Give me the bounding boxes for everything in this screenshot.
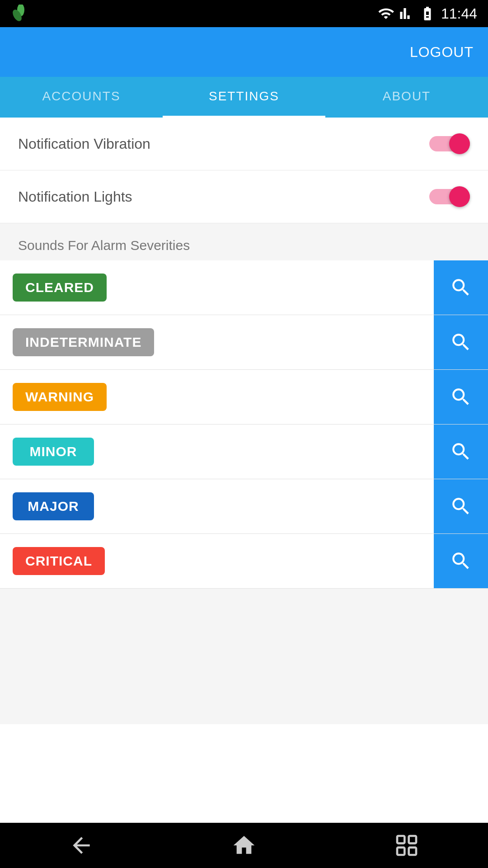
- tab-bar: ACCOUNTS SETTINGS ABOUT: [0, 77, 488, 118]
- toggle-thumb-2: [449, 186, 470, 207]
- back-icon: [69, 833, 94, 858]
- alarm-badge-warning: WARNING: [13, 383, 107, 411]
- search-icon-3: [450, 386, 472, 408]
- back-button[interactable]: [69, 833, 94, 858]
- search-icon: [450, 276, 472, 299]
- recents-button[interactable]: [394, 833, 419, 858]
- status-time: 11:44: [441, 5, 477, 22]
- home-button[interactable]: [231, 833, 257, 858]
- toggle-thumb: [449, 133, 470, 154]
- app-logo: [11, 5, 31, 26]
- notification-lights-row: Notification Lights: [0, 170, 488, 223]
- tab-settings[interactable]: SETTINGS: [163, 77, 325, 118]
- svg-rect-2: [397, 836, 404, 843]
- wifi-icon: [378, 5, 394, 22]
- battery-icon: [419, 5, 436, 22]
- search-button-indeterminate[interactable]: [434, 315, 488, 369]
- search-button-minor[interactable]: [434, 425, 488, 479]
- sounds-section-heading: Sounds For Alarm Severities: [0, 223, 488, 260]
- settings-content: Notification Vibration Notification Ligh…: [0, 118, 488, 823]
- search-button-cleared[interactable]: [434, 260, 488, 315]
- status-icons: 11:44: [378, 5, 477, 22]
- notification-vibration-label: Notification Vibration: [18, 136, 150, 152]
- notification-vibration-toggle[interactable]: [429, 134, 470, 154]
- search-icon-6: [450, 550, 472, 572]
- alarm-badge-critical: CRITICAL: [13, 547, 105, 575]
- alarm-row-major: MAJOR: [0, 479, 488, 534]
- logout-button[interactable]: LOGOUT: [410, 44, 474, 61]
- search-button-critical[interactable]: [434, 534, 488, 588]
- alarm-badge-indeterminate: INDETERMINATE: [13, 328, 154, 356]
- toolbar: LOGOUT: [0, 27, 488, 77]
- tab-accounts[interactable]: ACCOUNTS: [0, 77, 163, 118]
- alarm-row-warning: WARNING: [0, 370, 488, 425]
- alarm-row-minor: MINOR: [0, 425, 488, 479]
- notification-vibration-row: Notification Vibration: [0, 118, 488, 170]
- search-button-major[interactable]: [434, 479, 488, 533]
- bottom-nav: [0, 823, 488, 868]
- notification-lights-toggle[interactable]: [429, 187, 470, 207]
- search-button-warning[interactable]: [434, 370, 488, 424]
- tab-about[interactable]: ABOUT: [325, 77, 488, 118]
- alarm-row-indeterminate: INDETERMINATE: [0, 315, 488, 370]
- notification-lights-label: Notification Lights: [18, 189, 132, 205]
- search-icon-2: [450, 331, 472, 354]
- alarm-row-critical: CRITICAL: [0, 534, 488, 589]
- signal-icon: [399, 5, 414, 22]
- recents-icon: [394, 833, 419, 858]
- alarm-badge-minor: MINOR: [13, 438, 94, 466]
- status-bar: 11:44: [0, 0, 488, 27]
- svg-rect-3: [409, 836, 416, 843]
- alarm-row-cleared: CLEARED: [0, 260, 488, 315]
- home-icon: [231, 833, 257, 858]
- svg-rect-5: [397, 848, 404, 855]
- search-icon-5: [450, 495, 472, 518]
- svg-rect-4: [409, 848, 416, 855]
- alarm-badge-major: MAJOR: [13, 492, 94, 520]
- content-spacer: [0, 589, 488, 724]
- search-icon-4: [450, 440, 472, 463]
- alarm-badge-cleared: CLEARED: [13, 274, 107, 302]
